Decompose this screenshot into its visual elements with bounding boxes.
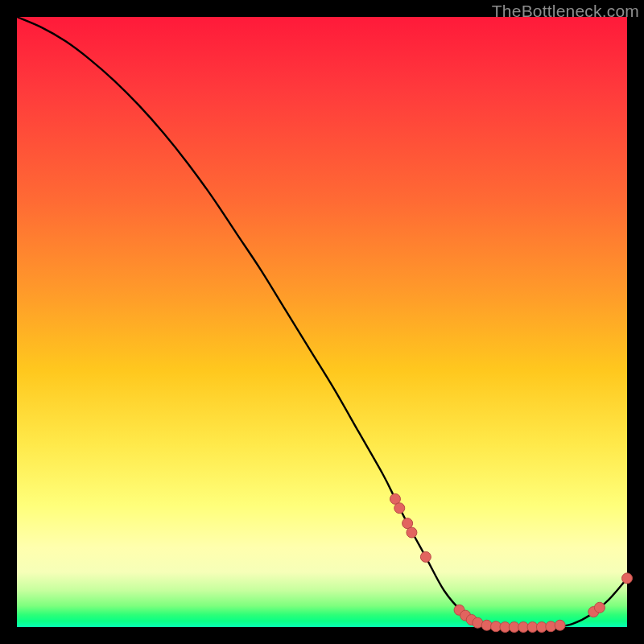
- data-marker: [594, 602, 605, 613]
- plot-area: [17, 17, 627, 627]
- chart-root: { "watermark": "TheBottleneck.com", "cha…: [0, 0, 644, 644]
- marker-group: [390, 493, 632, 632]
- chart-svg: [17, 17, 627, 627]
- data-marker: [420, 551, 431, 562]
- data-marker: [394, 503, 405, 514]
- data-marker: [555, 620, 565, 630]
- watermark-text: TheBottleneck.com: [492, 2, 639, 21]
- data-marker: [407, 527, 417, 538]
- data-marker: [622, 573, 633, 584]
- bottleneck-curve: [17, 17, 627, 627]
